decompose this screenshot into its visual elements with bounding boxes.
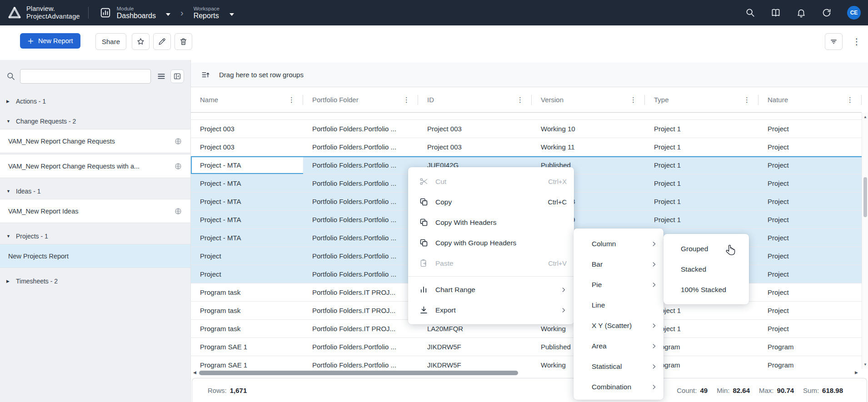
cell-folder[interactable]: Portfolio Folders.Portfolio ... (303, 156, 418, 174)
brand-logo[interactable]: Planview. ProjectAdvantage (7, 5, 80, 20)
row-group-dropzone[interactable]: Drag here to set row groups (191, 63, 868, 87)
bell-icon[interactable] (796, 8, 806, 18)
cell-nature[interactable]: Project (758, 320, 862, 337)
cell-name[interactable]: Project - MTA (191, 174, 303, 192)
cell-nature[interactable]: Project (758, 229, 862, 247)
search-icon[interactable] (745, 8, 755, 18)
cell-name[interactable]: Program task (191, 283, 303, 301)
cell-folder[interactable]: Portfolio Folders.Portfolio ... (303, 193, 418, 210)
avatar[interactable]: CE (847, 6, 861, 20)
menu-item-copy[interactable]: CopyCtrl+C (408, 192, 574, 212)
share-button[interactable]: Share (95, 33, 126, 50)
table-row[interactable]: Project 003Portfolio Folders.Portfolio .… (191, 138, 862, 156)
cell-nature[interactable]: Project (758, 156, 862, 174)
cell-id[interactable]: JIKDRW5F (418, 356, 532, 369)
stack-option-stacked[interactable]: Stacked (663, 259, 749, 279)
cell-nature[interactable]: Program (758, 356, 862, 369)
horizontal-scroll-thumb[interactable] (199, 371, 518, 375)
stack-option-100-stacked[interactable]: 100% Stacked (663, 279, 749, 300)
cell-folder[interactable]: Portfolio Folders.Portfolio ... (303, 265, 418, 283)
cell-type[interactable]: Project 1 (645, 156, 758, 174)
cell-name[interactable]: Project - MTA (191, 193, 303, 210)
sidebar-item-vam-new-report-ideas[interactable]: VAM_New Report Ideas (0, 199, 190, 223)
cell-id[interactable]: Project 003 (418, 138, 532, 156)
horizontal-scrollbar[interactable]: ◀ ▶ (191, 369, 862, 377)
cell-nature[interactable]: Project (758, 283, 862, 301)
menu-item-copy-with-headers[interactable]: Copy With Headers (408, 212, 574, 233)
list-menu-icon[interactable] (157, 72, 166, 81)
refresh-icon[interactable] (822, 8, 832, 18)
cell-nature[interactable]: Project (758, 302, 862, 319)
submenu-item-statistical[interactable]: Statistical (574, 356, 663, 377)
cell-folder[interactable]: Portfolio Folders.Portfolio ... (303, 338, 418, 356)
submenu-item-area[interactable]: Area (574, 336, 663, 356)
column-header-id[interactable]: ID⋮ (418, 87, 532, 112)
module-switcher[interactable]: Module Dashboards (100, 6, 170, 20)
cell-type[interactable]: Project 1 (645, 211, 758, 228)
cell-nature[interactable]: Project (758, 174, 862, 192)
cell-name[interactable]: Program task (191, 302, 303, 319)
cell-version[interactable]: Working 11 (532, 138, 645, 156)
cell-type[interactable]: Project 1 (645, 120, 758, 138)
sidebar-item-vam-new-report-change-requests[interactable]: VAM_New Report Change Requests (0, 129, 190, 153)
edit-button[interactable] (153, 33, 171, 50)
sidebar-group-actions-1[interactable]: ▶Actions - 1 (0, 94, 190, 109)
column-menu-icon[interactable]: ⋮ (403, 96, 410, 103)
submenu-item-x-y-scatter[interactable]: X Y (Scatter) (574, 315, 663, 336)
column-menu-icon[interactable]: ⋮ (288, 96, 295, 103)
cell-folder[interactable]: Portfolio Folders.Portfolio ... (303, 138, 418, 156)
cell-nature[interactable]: Project (758, 247, 862, 265)
collapse-panel-button[interactable] (170, 69, 184, 83)
cell-name[interactable]: Project 003 (191, 120, 303, 138)
sidebar-group-timesheets-2[interactable]: ▶Timesheets - 2 (0, 273, 190, 289)
cell-nature[interactable]: Project (758, 138, 862, 156)
cell-name[interactable]: Program SAE 1 (191, 356, 303, 369)
cell-type[interactable]: Project 1 (645, 174, 758, 192)
sidebar-item-vam-new-report-change-requests-with-a[interactable]: VAM_New Report Change Requests with a... (0, 154, 190, 178)
submenu-item-pie[interactable]: Pie (574, 274, 663, 295)
submenu-item-column[interactable]: Column (574, 233, 663, 254)
submenu-item-bar[interactable]: Bar (574, 254, 663, 274)
scroll-right-icon[interactable]: ▶ (855, 370, 858, 375)
new-report-button[interactable]: New Report (20, 33, 80, 49)
sidebar-item-new-projects-report[interactable]: New Projects Report (0, 244, 190, 268)
column-menu-icon[interactable]: ⋮ (743, 96, 750, 103)
scroll-left-icon[interactable]: ◀ (193, 370, 196, 375)
cell-nature[interactable]: Project (758, 265, 862, 283)
table-row[interactable]: Program SAE 1Portfolio Folders.Portfolio… (191, 338, 862, 356)
vertical-scrollbar[interactable]: ▲ ▼ (862, 113, 868, 369)
cell-nature[interactable]: Project (758, 120, 862, 138)
scroll-down-icon[interactable]: ▼ (862, 362, 868, 367)
help-book-icon[interactable] (771, 8, 781, 18)
submenu-item-line[interactable]: Line (574, 295, 663, 315)
toolbar-more-button[interactable]: ⋮ (851, 33, 863, 50)
stack-option-grouped[interactable]: Grouped (663, 238, 749, 259)
cell-nature[interactable]: Project (758, 193, 862, 210)
sidebar-group-projects-1[interactable]: ▼Projects - 1 (0, 228, 190, 244)
cell-folder[interactable]: Portfolio Folders.Portfolio ... (303, 356, 418, 369)
filter-button[interactable] (825, 33, 843, 50)
cell-type[interactable]: Project 1 (645, 138, 758, 156)
cell-folder[interactable]: Portfolio Folders.Portfolio ... (303, 247, 418, 265)
column-header-name[interactable]: Name⋮ (191, 87, 303, 112)
cell-id[interactable]: Project 003 (418, 120, 532, 138)
cell-folder[interactable]: Portfolio Folders.Portfolio ... (303, 174, 418, 192)
vertical-scroll-thumb[interactable] (863, 177, 867, 217)
cell-name[interactable]: Project (191, 265, 303, 283)
cell-name[interactable]: Project - MTA (191, 211, 303, 228)
column-header-type[interactable]: Type⋮ (645, 87, 758, 112)
cell-folder[interactable]: Portfolio Folders.Portfolio ... (303, 211, 418, 228)
favorite-button[interactable] (132, 33, 150, 50)
search-input[interactable] (20, 69, 151, 84)
cell-name[interactable]: Project - MTA (191, 156, 303, 174)
submenu-item-combination[interactable]: Combination (574, 377, 663, 397)
cell-folder[interactable]: Portfolio Folders.Portfolio ... (303, 120, 418, 138)
cell-name[interactable]: Project 003 (191, 138, 303, 156)
table-row[interactable]: Project 003Portfolio Folders.Portfolio .… (191, 120, 862, 138)
cell-folder[interactable]: Portfolio Folders.IT PROJ... (303, 302, 418, 319)
sidebar-group-ideas-1[interactable]: ▼Ideas - 1 (0, 184, 190, 199)
table-row[interactable]: Program SAE 1Portfolio Folders.Portfolio… (191, 356, 862, 369)
scroll-up-icon[interactable]: ▲ (862, 115, 868, 119)
column-menu-icon[interactable]: ⋮ (847, 96, 853, 103)
cell-name[interactable]: Project - MTA (191, 229, 303, 247)
